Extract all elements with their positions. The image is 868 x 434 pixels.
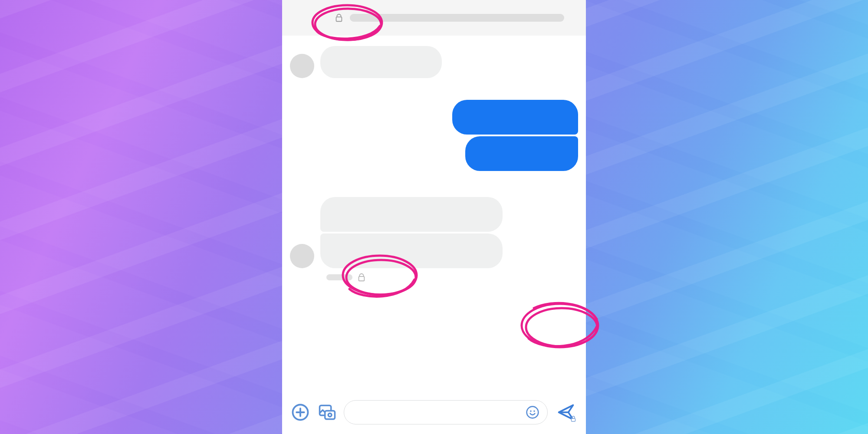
message-bubble-incoming[interactable] [320, 233, 503, 268]
message-bubble-incoming[interactable] [320, 197, 503, 232]
chat-thread[interactable] [282, 36, 586, 393]
message-input[interactable] [344, 400, 548, 424]
lock-icon [357, 273, 366, 282]
svg-rect-4 [325, 411, 335, 419]
message-row-incoming [290, 46, 578, 78]
smiley-icon[interactable] [526, 405, 539, 419]
gallery-button[interactable] [317, 402, 338, 423]
lock-icon [334, 13, 344, 23]
timestamp-placeholder [326, 274, 352, 280]
banner-text-placeholder [350, 14, 564, 22]
svg-rect-1 [359, 276, 365, 281]
chat-screen [282, 0, 586, 434]
lock-icon [569, 415, 577, 423]
svg-rect-9 [572, 418, 575, 421]
svg-point-7 [530, 411, 531, 412]
message-bubble-incoming[interactable] [320, 46, 442, 78]
avatar[interactable] [290, 244, 314, 268]
encryption-banner [282, 0, 586, 36]
message-meta [326, 273, 578, 282]
svg-point-6 [527, 407, 539, 418]
message-composer [282, 393, 586, 434]
avatar[interactable] [290, 54, 314, 78]
message-row-outgoing [290, 100, 578, 171]
svg-rect-0 [336, 17, 342, 21]
message-bubble-outgoing[interactable] [465, 136, 578, 171]
send-button[interactable] [554, 400, 578, 424]
svg-point-8 [533, 411, 535, 412]
add-button[interactable] [290, 402, 311, 423]
message-bubble-outgoing[interactable] [452, 100, 578, 135]
message-row-incoming [290, 197, 578, 268]
